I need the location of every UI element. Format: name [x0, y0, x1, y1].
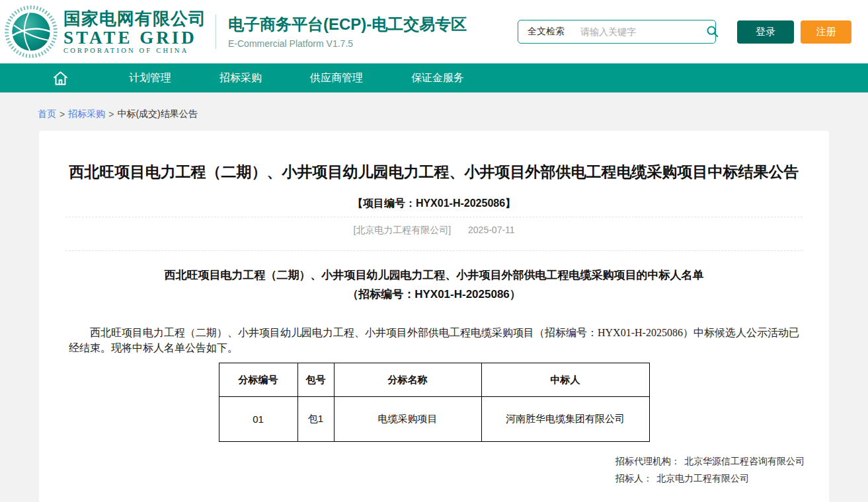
nav-item-supplier[interactable]: 供应商管理 — [310, 71, 363, 85]
breadcrumb-separator: > — [108, 109, 114, 120]
announcement-card: 西北旺项目电力工程（二期）、小井项目幼儿园电力工程、小井项目外部供电工程电缆采购… — [39, 131, 829, 502]
publish-date: 2025-07-11 — [468, 225, 515, 235]
nav-item-bidding[interactable]: 招标采购 — [219, 71, 262, 85]
winner-table: 分标编号 包号 分标名称 中标人 01 包1 电缆采购项目 河南胜华电缆集团有限… — [219, 363, 650, 442]
logo-cn-name: 国家电网有限公司 — [63, 9, 206, 28]
register-button[interactable]: 注册 — [801, 20, 851, 44]
home-icon — [52, 69, 69, 87]
publisher-line: [北京电力工程有限公司] 2025-07-11 — [69, 217, 799, 244]
breadcrumb-current: 中标(成交)结果公告 — [117, 108, 197, 120]
search-scope-label[interactable]: 全文检索 — [525, 26, 572, 38]
state-grid-globe-icon — [4, 5, 58, 59]
col-header-winner: 中标人 — [481, 363, 649, 397]
main-nav: 计划管理 招标采购 供应商管理 保证金服务 — [0, 63, 868, 92]
col-header-section-no: 分标编号 — [219, 363, 297, 397]
search-input[interactable] — [572, 26, 704, 37]
platform-title: 电子商务平台(ECP)-电工交易专区 — [228, 15, 467, 34]
tenderee-line: 招标人：北京电力工程有限公司 — [615, 470, 805, 487]
announcement-title: 西北旺项目电力工程（二期）、小井项目幼儿园电力工程、小井项目外部供电工程电缆采购… — [69, 156, 799, 188]
publisher-name: [北京电力工程有限公司] — [353, 225, 451, 235]
announcement-body: 西北旺项目电力工程（二期）、小井项目幼儿园电力工程、小井项目外部供电工程电缆采购… — [69, 325, 799, 355]
nav-home-button[interactable] — [40, 69, 81, 87]
platform-subtitle: E-Commercial Platform V1.7.5 — [228, 38, 467, 49]
cell-section-name: 电缆采购项目 — [334, 397, 481, 442]
page: 国家电网有限公司 STATE GRID CORPORATION OF CHINA… — [0, 0, 868, 502]
logo-en-name: STATE GRID — [63, 28, 206, 47]
agency-label: 招标代理机构： — [615, 456, 680, 466]
col-header-package-no: 包号 — [297, 363, 334, 397]
breadcrumb: 首页 > 招标采购 > 中标(成交)结果公告 — [0, 92, 868, 120]
breadcrumb-separator: > — [59, 109, 65, 120]
announcement-footer: 招标代理机构：北京华源信工程咨询有限公司 招标人：北京电力工程有限公司 — [615, 453, 805, 487]
logo-text: 国家电网有限公司 STATE GRID CORPORATION OF CHINA — [63, 9, 206, 55]
project-number: 【项目编号：HYX01-H-2025086】 — [69, 197, 799, 211]
header-divider — [216, 15, 216, 49]
search-box: 全文检索 — [518, 20, 716, 44]
breadcrumb-home-link[interactable]: 首页 — [38, 108, 56, 120]
winner-list-subtitle: 西北旺项目电力工程（二期）、小井项目幼儿园电力工程、小井项目外部供电工程电缆采购… — [69, 266, 799, 304]
search-button[interactable] — [704, 23, 721, 40]
dashed-divider — [65, 250, 803, 251]
header-actions: 全文检索 登录 注册 — [518, 20, 851, 44]
agency-value: 北京华源信工程咨询有限公司 — [684, 456, 805, 466]
subtitle-project-name: 西北旺项目电力工程（二期）、小井项目幼儿园电力工程、小井项目外部供电工程电缆采购… — [165, 269, 637, 281]
cell-section-no: 01 — [219, 397, 297, 442]
subtitle-suffix: 的中标人名单 — [637, 269, 704, 281]
site-header: 国家电网有限公司 STATE GRID CORPORATION OF CHINA… — [0, 0, 868, 63]
table-header-row: 分标编号 包号 分标名称 中标人 — [219, 363, 649, 397]
tenderee-value: 北京电力工程有限公司 — [656, 474, 749, 484]
state-grid-logo: 国家电网有限公司 STATE GRID CORPORATION OF CHINA — [4, 5, 206, 59]
table-row: 01 包1 电缆采购项目 河南胜华电缆集团有限公司 — [219, 397, 649, 442]
logo-en-subname: CORPORATION OF CHINA — [63, 47, 206, 55]
cell-winner: 河南胜华电缆集团有限公司 — [481, 397, 649, 442]
search-icon — [705, 24, 720, 39]
col-header-section-name: 分标名称 — [334, 363, 481, 397]
agency-line: 招标代理机构：北京华源信工程咨询有限公司 — [615, 453, 805, 470]
nav-item-deposit[interactable]: 保证金服务 — [411, 71, 464, 85]
login-button[interactable]: 登录 — [737, 20, 794, 44]
cell-package-no: 包1 — [297, 397, 334, 442]
platform-title-block: 电子商务平台(ECP)-电工交易专区 E-Commercial Platform… — [228, 15, 467, 49]
nav-item-plan[interactable]: 计划管理 — [129, 71, 171, 85]
breadcrumb-bidding-link[interactable]: 招标采购 — [68, 108, 105, 120]
tenderee-label: 招标人： — [615, 474, 652, 484]
subtitle-bid-number: （招标编号：HYX01-H-2025086） — [347, 288, 521, 301]
